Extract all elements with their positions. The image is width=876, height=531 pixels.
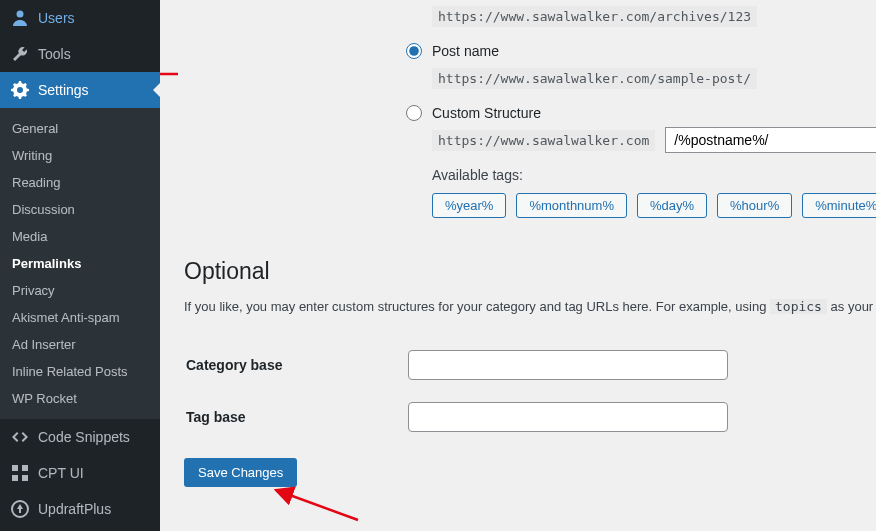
sidebar-item-label: CPT UI	[38, 465, 84, 481]
submenu-general[interactable]: General	[0, 115, 160, 142]
available-tags-row: %year% %monthnum% %day% %hour% %minute% …	[432, 193, 876, 218]
sidebar-item-label: UpdraftPlus	[38, 501, 111, 517]
sidebar-item-cpt-ui[interactable]: CPT UI	[0, 455, 160, 491]
submenu-discussion[interactable]: Discussion	[0, 196, 160, 223]
code-snippets-icon	[10, 427, 30, 447]
settings-submenu: General Writing Reading Discussion Media…	[0, 108, 160, 419]
custom-radio[interactable]	[406, 105, 422, 121]
optional-description: If you like, you may enter custom struct…	[184, 299, 876, 314]
category-base-input[interactable]	[408, 350, 728, 380]
settings-icon	[10, 80, 30, 100]
svg-rect-3	[22, 475, 28, 481]
sidebar-item-label: Users	[38, 10, 75, 26]
annotation-arrow-settings	[160, 62, 180, 86]
optional-title: Optional	[184, 258, 876, 285]
svg-rect-0	[12, 465, 18, 471]
submenu-writing[interactable]: Writing	[0, 142, 160, 169]
cptui-icon	[10, 463, 30, 483]
sidebar-item-label: Tools	[38, 46, 71, 62]
tag-base-input[interactable]	[408, 402, 728, 432]
permalink-option-custom[interactable]: Custom Structure	[406, 105, 876, 121]
sidebar-item-label: Settings	[38, 82, 89, 98]
updraft-icon	[10, 499, 30, 519]
custom-structure-input[interactable]	[665, 127, 876, 153]
submenu-akismet[interactable]: Akismet Anti-spam	[0, 304, 160, 331]
save-changes-button[interactable]: Save Changes	[184, 458, 297, 487]
custom-label: Custom Structure	[432, 105, 541, 121]
permalink-option-postname[interactable]: Post name	[406, 43, 876, 59]
sidebar-item-updraftplus[interactable]: UpdraftPlus	[0, 491, 160, 527]
available-tags-label: Available tags:	[432, 167, 876, 183]
tag-hour[interactable]: %hour%	[717, 193, 792, 218]
svg-rect-2	[12, 475, 18, 481]
numeric-url-example: https://www.sawalwalker.com/archives/123	[432, 6, 757, 27]
sidebar-item-label: Code Snippets	[38, 429, 130, 445]
postname-url-example: https://www.sawalwalker.com/sample-post/	[432, 68, 757, 89]
tag-monthnum[interactable]: %monthnum%	[516, 193, 627, 218]
admin-sidebar: Users Tools Settings General Writing Rea…	[0, 0, 160, 531]
main-content: https://www.sawalwalker.com/archives/123…	[160, 0, 876, 531]
sidebar-item-tools[interactable]: Tools	[0, 36, 160, 72]
svg-line-7	[276, 490, 358, 520]
custom-base-url: https://www.sawalwalker.com	[432, 130, 655, 151]
submenu-privacy[interactable]: Privacy	[0, 277, 160, 304]
tag-base-label: Tag base	[186, 392, 406, 442]
submenu-media[interactable]: Media	[0, 223, 160, 250]
topics-code: topics	[770, 299, 827, 314]
sidebar-item-users[interactable]: Users	[0, 0, 160, 36]
sidebar-item-code-snippets[interactable]: Code Snippets	[0, 419, 160, 455]
submenu-inline-related[interactable]: Inline Related Posts	[0, 358, 160, 385]
submenu-wp-rocket[interactable]: WP Rocket	[0, 385, 160, 412]
svg-rect-1	[22, 465, 28, 471]
sidebar-item-settings[interactable]: Settings	[0, 72, 160, 108]
tag-day[interactable]: %day%	[637, 193, 707, 218]
submenu-permalinks[interactable]: Permalinks	[0, 250, 160, 277]
postname-radio[interactable]	[406, 43, 422, 59]
submenu-ad-inserter[interactable]: Ad Inserter	[0, 331, 160, 358]
submenu-reading[interactable]: Reading	[0, 169, 160, 196]
category-base-label: Category base	[186, 340, 406, 390]
users-icon	[10, 8, 30, 28]
postname-label: Post name	[432, 43, 499, 59]
annotation-arrow-save	[270, 484, 360, 524]
tag-year[interactable]: %year%	[432, 193, 506, 218]
tag-minute[interactable]: %minute%	[802, 193, 876, 218]
tools-icon	[10, 44, 30, 64]
